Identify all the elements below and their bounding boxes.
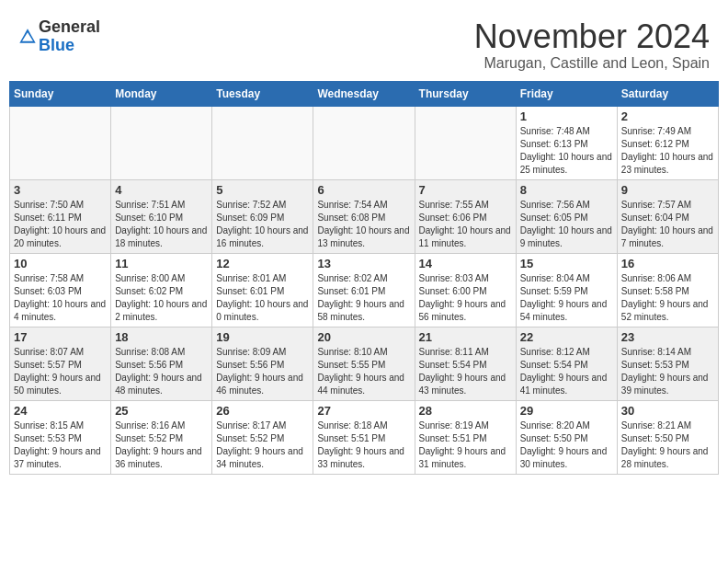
day-number: 22: [520, 330, 613, 344]
header-saturday: Saturday: [617, 81, 718, 106]
table-row: 1Sunrise: 7:48 AMSunset: 6:13 PMDaylight…: [516, 106, 617, 179]
table-row: 8Sunrise: 7:56 AMSunset: 6:05 PMDaylight…: [516, 179, 617, 253]
day-info: Sunrise: 7:48 AMSunset: 6:13 PMDaylight:…: [520, 125, 613, 177]
table-row: 28Sunrise: 8:19 AMSunset: 5:51 PMDayligh…: [415, 400, 516, 474]
header-wednesday: Wednesday: [313, 81, 415, 106]
day-number: 28: [419, 404, 512, 418]
day-info: Sunrise: 7:50 AMSunset: 6:11 PMDaylight:…: [14, 199, 107, 250]
day-info: Sunrise: 7:52 AMSunset: 6:09 PMDaylight:…: [216, 199, 309, 250]
day-number: 29: [520, 404, 613, 418]
day-info: Sunrise: 8:16 AMSunset: 5:52 PMDaylight:…: [115, 419, 208, 471]
calendar-table: Sunday Monday Tuesday Wednesday Thursday…: [9, 81, 719, 475]
table-row: 9Sunrise: 7:57 AMSunset: 6:04 PMDaylight…: [617, 179, 718, 253]
day-info: Sunrise: 8:18 AMSunset: 5:51 PMDaylight:…: [317, 419, 410, 471]
day-info: Sunrise: 7:58 AMSunset: 6:03 PMDaylight:…: [14, 272, 107, 324]
day-number: 5: [216, 183, 309, 197]
table-row: 10Sunrise: 7:58 AMSunset: 6:03 PMDayligh…: [10, 253, 111, 327]
day-info: Sunrise: 8:19 AMSunset: 5:51 PMDaylight:…: [419, 419, 512, 471]
table-row: 3Sunrise: 7:50 AMSunset: 6:11 PMDaylight…: [10, 179, 111, 253]
day-number: 27: [317, 404, 410, 418]
day-number: 11: [115, 257, 208, 270]
day-info: Sunrise: 8:09 AMSunset: 5:56 PMDaylight:…: [216, 346, 309, 397]
day-number: 7: [419, 183, 512, 197]
day-number: 19: [216, 330, 309, 344]
table-row: 13Sunrise: 8:02 AMSunset: 6:01 PMDayligh…: [313, 253, 415, 327]
header-monday: Monday: [111, 81, 212, 106]
header-sunday: Sunday: [10, 81, 111, 106]
day-number: 2: [621, 109, 714, 123]
day-info: Sunrise: 8:17 AMSunset: 5:52 PMDaylight:…: [216, 419, 309, 471]
day-number: 4: [115, 183, 208, 197]
table-row: 26Sunrise: 8:17 AMSunset: 5:52 PMDayligh…: [212, 400, 313, 474]
header-friday: Friday: [516, 81, 617, 106]
day-info: Sunrise: 8:10 AMSunset: 5:55 PMDaylight:…: [317, 346, 410, 397]
table-row: 5Sunrise: 7:52 AMSunset: 6:09 PMDaylight…: [212, 179, 313, 253]
table-row: 11Sunrise: 8:00 AMSunset: 6:02 PMDayligh…: [111, 253, 212, 327]
day-info: Sunrise: 8:11 AMSunset: 5:54 PMDaylight:…: [419, 346, 512, 397]
day-info: Sunrise: 8:02 AMSunset: 6:01 PMDaylight:…: [317, 272, 410, 324]
header-thursday: Thursday: [415, 81, 516, 106]
day-number: 15: [520, 257, 613, 270]
table-row: 4Sunrise: 7:51 AMSunset: 6:10 PMDaylight…: [111, 179, 212, 253]
day-number: 6: [317, 183, 410, 197]
table-row: 16Sunrise: 8:06 AMSunset: 5:58 PMDayligh…: [617, 253, 718, 327]
day-info: Sunrise: 7:54 AMSunset: 6:08 PMDaylight:…: [317, 199, 410, 250]
day-info: Sunrise: 7:51 AMSunset: 6:10 PMDaylight:…: [115, 199, 208, 250]
logo-text: General Blue: [39, 18, 100, 55]
logo-general: General: [39, 18, 100, 37]
location-title: Marugan, Castille and Leon, Spain: [474, 55, 710, 72]
day-number: 13: [317, 257, 410, 270]
page-header: General Blue November 2024 Marugan, Cast…: [9, 9, 719, 76]
table-row: 12Sunrise: 8:01 AMSunset: 6:01 PMDayligh…: [212, 253, 313, 327]
table-row: [415, 106, 516, 179]
day-number: 3: [14, 183, 107, 197]
table-row: [111, 106, 212, 179]
table-row: 25Sunrise: 8:16 AMSunset: 5:52 PMDayligh…: [111, 400, 212, 474]
table-row: 29Sunrise: 8:20 AMSunset: 5:50 PMDayligh…: [516, 400, 617, 474]
table-row: 15Sunrise: 8:04 AMSunset: 5:59 PMDayligh…: [516, 253, 617, 327]
day-info: Sunrise: 8:00 AMSunset: 6:02 PMDaylight:…: [115, 272, 208, 324]
table-row: 20Sunrise: 8:10 AMSunset: 5:55 PMDayligh…: [313, 327, 415, 400]
month-title: November 2024: [474, 18, 710, 55]
day-number: 10: [14, 257, 107, 270]
day-number: 14: [419, 257, 512, 270]
day-info: Sunrise: 8:15 AMSunset: 5:53 PMDaylight:…: [14, 419, 107, 471]
day-number: 12: [216, 257, 309, 270]
day-info: Sunrise: 8:04 AMSunset: 5:59 PMDaylight:…: [520, 272, 613, 324]
day-info: Sunrise: 7:49 AMSunset: 6:12 PMDaylight:…: [621, 125, 714, 177]
table-row: 22Sunrise: 8:12 AMSunset: 5:54 PMDayligh…: [516, 327, 617, 400]
table-row: 19Sunrise: 8:09 AMSunset: 5:56 PMDayligh…: [212, 327, 313, 400]
title-block: November 2024 Marugan, Castille and Leon…: [474, 18, 710, 72]
calendar-header-row: Sunday Monday Tuesday Wednesday Thursday…: [10, 81, 719, 106]
page-container: General Blue November 2024 Marugan, Cast…: [9, 9, 719, 475]
table-row: [313, 106, 415, 179]
day-number: 21: [419, 330, 512, 344]
calendar-week-row: 10Sunrise: 7:58 AMSunset: 6:03 PMDayligh…: [10, 253, 719, 327]
day-number: 24: [14, 404, 107, 418]
day-info: Sunrise: 8:06 AMSunset: 5:58 PMDaylight:…: [621, 272, 714, 324]
logo: General Blue: [18, 18, 100, 55]
day-info: Sunrise: 8:08 AMSunset: 5:56 PMDaylight:…: [115, 346, 208, 397]
day-info: Sunrise: 8:03 AMSunset: 6:00 PMDaylight:…: [419, 272, 512, 324]
table-row: 2Sunrise: 7:49 AMSunset: 6:12 PMDaylight…: [617, 106, 718, 179]
calendar-week-row: 1Sunrise: 7:48 AMSunset: 6:13 PMDaylight…: [10, 106, 719, 179]
day-info: Sunrise: 7:55 AMSunset: 6:06 PMDaylight:…: [419, 199, 512, 250]
day-number: 26: [216, 404, 309, 418]
calendar-week-row: 24Sunrise: 8:15 AMSunset: 5:53 PMDayligh…: [10, 400, 719, 474]
table-row: 6Sunrise: 7:54 AMSunset: 6:08 PMDaylight…: [313, 179, 415, 253]
day-info: Sunrise: 8:21 AMSunset: 5:50 PMDaylight:…: [621, 419, 714, 471]
day-info: Sunrise: 8:07 AMSunset: 5:57 PMDaylight:…: [14, 346, 107, 397]
calendar-week-row: 3Sunrise: 7:50 AMSunset: 6:11 PMDaylight…: [10, 179, 719, 253]
day-number: 25: [115, 404, 208, 418]
day-info: Sunrise: 7:57 AMSunset: 6:04 PMDaylight:…: [621, 199, 714, 250]
day-number: 1: [520, 109, 613, 123]
table-row: 21Sunrise: 8:11 AMSunset: 5:54 PMDayligh…: [415, 327, 516, 400]
logo-blue: Blue: [39, 37, 100, 55]
table-row: 24Sunrise: 8:15 AMSunset: 5:53 PMDayligh…: [10, 400, 111, 474]
day-number: 17: [14, 330, 107, 344]
day-info: Sunrise: 8:01 AMSunset: 6:01 PMDaylight:…: [216, 272, 309, 324]
day-number: 30: [621, 404, 714, 418]
day-info: Sunrise: 8:12 AMSunset: 5:54 PMDaylight:…: [520, 346, 613, 397]
logo-icon: [18, 28, 37, 46]
day-number: 18: [115, 330, 208, 344]
